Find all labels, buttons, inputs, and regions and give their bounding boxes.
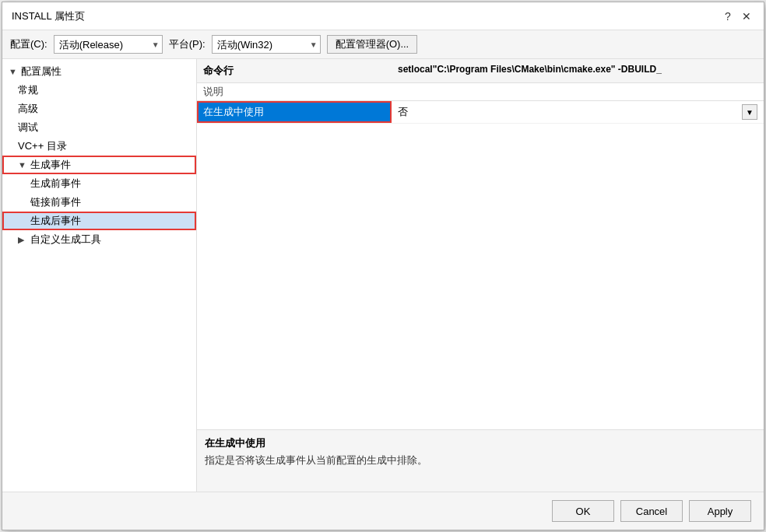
sidebar: ▼ 配置属性 常规 高级 调试 VC++ 目录 ▼ 生成事件 生成前事件 — [2, 59, 197, 492]
prop-value-text-use-in-build: 否 — [398, 105, 742, 119]
sidebar-item-post-build[interactable]: 生成后事件 — [2, 212, 196, 230]
sidebar-item-vcpp[interactable]: VC++ 目录 — [2, 137, 196, 156]
prop-value-use-in-build: 否 ▼ — [392, 101, 764, 123]
cancel-button[interactable]: Cancel — [620, 500, 683, 522]
sidebar-item-pre-build[interactable]: 生成前事件 — [2, 174, 196, 193]
custom-build-label: 自定义生成工具 — [30, 233, 101, 247]
sidebar-item-debug[interactable]: 调试 — [2, 118, 196, 137]
title-bar: INSTALL 属性页 ? ✕ — [2, 2, 764, 30]
main-dialog: INSTALL 属性页 ? ✕ 配置(C): 活动(Release)Releas… — [2, 2, 764, 530]
post-build-label: 生成后事件 — [30, 214, 81, 228]
custom-build-toggle-icon: ▶ — [18, 235, 27, 245]
prop-dropdown-button[interactable]: ▼ — [742, 104, 757, 120]
build-events-toggle-icon: ▼ — [18, 160, 27, 170]
value-col-header: setlocal"C:\Program Files\CMake\bin\cmak… — [392, 61, 764, 81]
right-panel: 命令行 setlocal"C:\Program Files\CMake\bin\… — [197, 59, 764, 492]
section-toggle-icon: ▼ — [9, 67, 18, 76]
close-button[interactable]: ✕ — [739, 9, 754, 24]
sidebar-item-build-events[interactable]: ▼ 生成事件 — [2, 156, 196, 174]
description-text: 指定是否将该生成事件从当前配置的生成中排除。 — [205, 453, 756, 467]
toolbar-row: 配置(C): 活动(Release)ReleaseDebug ▼ 平台(P): … — [2, 30, 764, 59]
dialog-title: INSTALL 属性页 — [12, 9, 85, 23]
property-row-use-in-build[interactable]: 在生成中使用 否 ▼ — [197, 101, 764, 124]
description-panel: 在生成中使用 指定是否将该生成事件从当前配置的生成中排除。 — [197, 429, 764, 492]
ok-button[interactable]: OK — [552, 500, 614, 522]
button-row: OK Cancel Apply — [2, 492, 764, 530]
sidebar-item-custom-build[interactable]: ▶ 自定义生成工具 — [2, 230, 196, 249]
sidebar-item-pre-link[interactable]: 链接前事件 — [2, 193, 196, 212]
property-header: 命令行 setlocal"C:\Program Files\CMake\bin\… — [197, 59, 764, 83]
property-grid: 在生成中使用 否 ▼ — [197, 101, 764, 429]
main-content: ▼ 配置属性 常规 高级 调试 VC++ 目录 ▼ 生成事件 生成前事件 — [2, 59, 764, 492]
description-title: 在生成中使用 — [205, 436, 756, 450]
platform-select[interactable]: 活动(Win32)Win32x64 — [212, 35, 321, 54]
config-select[interactable]: 活动(Release)ReleaseDebug — [54, 35, 163, 54]
vcpp-label: VC++ 目录 — [18, 139, 67, 153]
description-subheader: 说明 — [197, 83, 764, 101]
title-bar-controls: ? ✕ — [720, 9, 754, 24]
prop-name-use-in-build: 在生成中使用 — [197, 101, 392, 123]
platform-label: 平台(P): — [169, 37, 206, 51]
debug-label: 调试 — [18, 121, 38, 135]
config-label: 配置(C): — [10, 37, 47, 51]
advanced-label: 高级 — [18, 102, 38, 116]
apply-button[interactable]: Apply — [689, 500, 751, 522]
sidebar-section-header: ▼ 配置属性 — [2, 62, 196, 81]
command-col-header: 命令行 — [197, 61, 392, 81]
platform-select-wrapper[interactable]: 活动(Win32)Win32x64 ▼ — [212, 35, 321, 54]
general-label: 常规 — [18, 83, 38, 97]
pre-link-label: 链接前事件 — [30, 195, 81, 209]
pre-build-label: 生成前事件 — [30, 177, 81, 191]
config-select-wrapper[interactable]: 活动(Release)ReleaseDebug ▼ — [54, 35, 163, 54]
sidebar-item-general[interactable]: 常规 — [2, 81, 196, 100]
section-header-label: 配置属性 — [21, 65, 61, 79]
config-manager-button[interactable]: 配置管理器(O)... — [327, 35, 418, 54]
build-events-label: 生成事件 — [30, 158, 71, 172]
help-button[interactable]: ? — [720, 9, 736, 24]
sidebar-item-advanced[interactable]: 高级 — [2, 100, 196, 118]
